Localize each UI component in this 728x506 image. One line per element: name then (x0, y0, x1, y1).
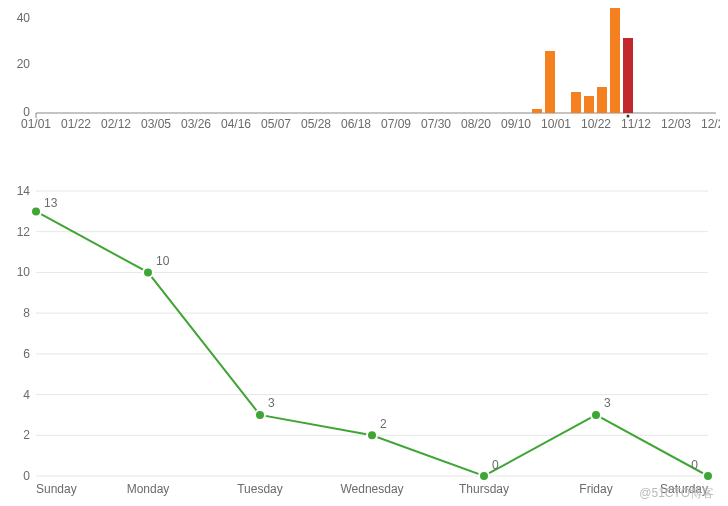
xtick: 02/12 (101, 117, 131, 131)
xtick: 11/12 (621, 117, 651, 131)
ytick: 0 (23, 469, 30, 483)
value-label: 10 (156, 254, 170, 268)
ytick: 12 (17, 225, 31, 239)
top-bar-chart: 0 20 40 01/01 01/22 02/12 03/05 03/26 04… (8, 8, 720, 141)
points (31, 206, 713, 481)
xtick: 04/16 (221, 117, 251, 131)
point-saturday[interactable] (703, 471, 713, 481)
bar-10-29 (584, 96, 594, 113)
bar-11-12 (610, 8, 620, 113)
ytick: 10 (17, 265, 31, 279)
ytick: 8 (23, 306, 30, 320)
value-label: 0 (492, 458, 499, 472)
xtick: 01/22 (61, 117, 91, 131)
ytick-2: 40 (17, 11, 31, 25)
xtick: 08/20 (461, 117, 491, 131)
bottom-line-chart: 0 2 4 6 8 10 12 14 13 10 3 2 0 3 0 (8, 181, 720, 504)
point-sunday[interactable] (31, 206, 41, 216)
xtick: 07/09 (381, 117, 411, 131)
value-label: 3 (604, 396, 611, 410)
bar-11-05 (597, 87, 607, 113)
xtick: Thursday (459, 482, 509, 496)
bar-10-01 (532, 109, 542, 113)
ytick: 4 (23, 388, 30, 402)
xtick: Monday (127, 482, 170, 496)
xtick: 06/18 (341, 117, 371, 131)
xtick: Friday (579, 482, 612, 496)
ytick: 14 (17, 184, 31, 198)
point-friday[interactable] (591, 410, 601, 420)
point-wednesday[interactable] (367, 430, 377, 440)
xtick: 05/28 (301, 117, 331, 131)
xtick: 12/24 (701, 117, 720, 131)
value-label: 13 (44, 196, 58, 210)
xtick: 03/26 (181, 117, 211, 131)
xtick: Sunday (36, 482, 77, 496)
bar-11-19-highlight (623, 38, 633, 113)
xtick: Tuesday (237, 482, 283, 496)
ytick-1: 20 (17, 57, 31, 71)
y-axis: 0 2 4 6 8 10 12 14 (17, 184, 31, 483)
x-axis: 01/01 01/22 02/12 03/05 03/26 04/16 05/0… (21, 117, 720, 131)
xtick: Saturday (660, 482, 708, 496)
xtick: 03/05 (141, 117, 171, 131)
xtick: 05/07 (261, 117, 291, 131)
xtick: 09/10 (501, 117, 531, 131)
xtick: 07/30 (421, 117, 451, 131)
value-label: 3 (268, 396, 275, 410)
value-label: 0 (691, 458, 698, 472)
bars (532, 8, 633, 118)
xtick: 10/01 (541, 117, 571, 131)
bar-10-08 (545, 51, 555, 113)
xtick: 12/03 (661, 117, 691, 131)
x-axis: Sunday Monday Tuesday Wednesday Thursday… (36, 482, 708, 496)
bar-10-22 (571, 92, 581, 113)
point-monday[interactable] (143, 267, 153, 277)
xtick: Wednesday (340, 482, 403, 496)
xtick: 01/01 (21, 117, 51, 131)
ytick: 2 (23, 428, 30, 442)
point-thursday[interactable] (479, 471, 489, 481)
xtick: 10/22 (581, 117, 611, 131)
point-tuesday[interactable] (255, 410, 265, 420)
ytick: 6 (23, 347, 30, 361)
value-label: 2 (380, 417, 387, 431)
